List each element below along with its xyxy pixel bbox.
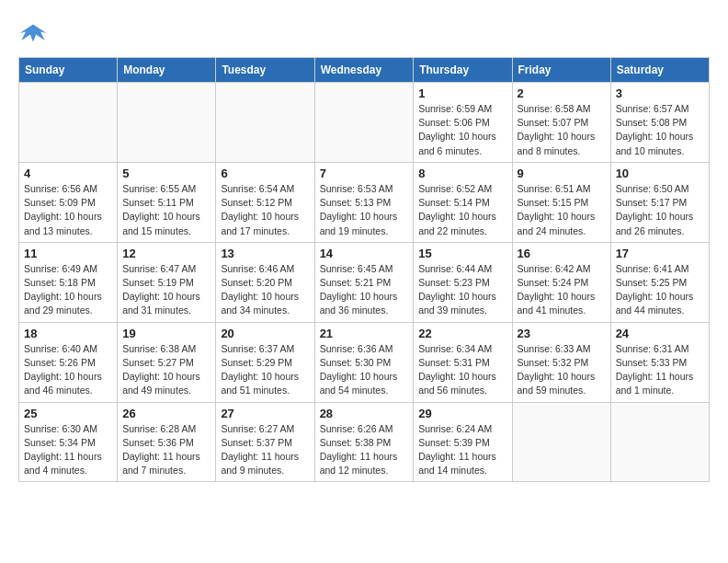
calendar-cell: 21Sunrise: 6:36 AMSunset: 5:30 PMDayligh… bbox=[314, 322, 414, 402]
day-info: Sunrise: 6:47 AMSunset: 5:19 PMDaylight:… bbox=[122, 262, 210, 318]
calendar-cell: 18Sunrise: 6:40 AMSunset: 5:26 PMDayligh… bbox=[19, 322, 118, 402]
day-info: Sunrise: 6:33 AMSunset: 5:32 PMDaylight:… bbox=[518, 342, 606, 398]
day-number: 9 bbox=[518, 167, 606, 180]
calendar-cell: 1Sunrise: 6:59 AMSunset: 5:06 PMDaylight… bbox=[414, 83, 512, 163]
calendar-cell: 3Sunrise: 6:57 AMSunset: 5:08 PMDaylight… bbox=[610, 83, 709, 163]
calendar-cell: 27Sunrise: 6:27 AMSunset: 5:37 PMDayligh… bbox=[216, 402, 314, 482]
day-info: Sunrise: 6:24 AMSunset: 5:39 PMDaylight:… bbox=[418, 422, 506, 478]
day-info: Sunrise: 6:42 AMSunset: 5:24 PMDaylight:… bbox=[518, 262, 606, 318]
calendar-weekday-header: Wednesday bbox=[314, 58, 414, 83]
day-number: 19 bbox=[122, 327, 210, 340]
day-info: Sunrise: 6:55 AMSunset: 5:11 PMDaylight:… bbox=[122, 182, 210, 238]
calendar-body: 1Sunrise: 6:59 AMSunset: 5:06 PMDaylight… bbox=[19, 83, 710, 482]
day-info: Sunrise: 6:46 AMSunset: 5:20 PMDaylight:… bbox=[221, 262, 309, 318]
day-number: 3 bbox=[616, 86, 704, 100]
day-number: 10 bbox=[616, 167, 704, 180]
day-info: Sunrise: 6:50 AMSunset: 5:17 PMDaylight:… bbox=[616, 182, 704, 238]
day-number: 8 bbox=[418, 167, 506, 180]
calendar-week-row: 11Sunrise: 6:49 AMSunset: 5:18 PMDayligh… bbox=[19, 242, 710, 322]
calendar-table: SundayMondayTuesdayWednesdayThursdayFrid… bbox=[18, 57, 710, 482]
calendar-cell: 19Sunrise: 6:38 AMSunset: 5:27 PMDayligh… bbox=[118, 322, 216, 402]
calendar-cell: 9Sunrise: 6:51 AMSunset: 5:15 PMDaylight… bbox=[512, 162, 610, 242]
calendar-week-row: 18Sunrise: 6:40 AMSunset: 5:26 PMDayligh… bbox=[19, 322, 710, 402]
calendar-cell: 8Sunrise: 6:52 AMSunset: 5:14 PMDaylight… bbox=[414, 162, 512, 242]
calendar-cell: 6Sunrise: 6:54 AMSunset: 5:12 PMDaylight… bbox=[216, 162, 314, 242]
day-number: 15 bbox=[418, 247, 506, 260]
day-number: 4 bbox=[24, 167, 112, 180]
day-info: Sunrise: 6:53 AMSunset: 5:13 PMDaylight:… bbox=[320, 182, 409, 238]
day-info: Sunrise: 6:31 AMSunset: 5:33 PMDaylight:… bbox=[616, 342, 704, 398]
calendar-cell: 17Sunrise: 6:41 AMSunset: 5:25 PMDayligh… bbox=[610, 242, 709, 322]
calendar-cell: 12Sunrise: 6:47 AMSunset: 5:19 PMDayligh… bbox=[118, 242, 216, 322]
calendar-cell: 29Sunrise: 6:24 AMSunset: 5:39 PMDayligh… bbox=[414, 402, 512, 482]
day-number: 12 bbox=[122, 247, 210, 260]
calendar-weekday-header: Friday bbox=[512, 58, 610, 83]
calendar-cell: 20Sunrise: 6:37 AMSunset: 5:29 PMDayligh… bbox=[216, 322, 314, 402]
day-number: 20 bbox=[221, 327, 309, 340]
calendar-cell bbox=[512, 402, 610, 482]
calendar-cell: 2Sunrise: 6:58 AMSunset: 5:07 PMDaylight… bbox=[512, 83, 610, 163]
calendar-cell bbox=[216, 83, 314, 163]
day-number: 14 bbox=[320, 247, 409, 260]
day-number: 5 bbox=[122, 167, 210, 180]
day-number: 11 bbox=[24, 247, 112, 260]
calendar-weekday-header: Monday bbox=[118, 58, 216, 83]
day-info: Sunrise: 6:27 AMSunset: 5:37 PMDaylight:… bbox=[221, 422, 309, 478]
calendar-cell: 22Sunrise: 6:34 AMSunset: 5:31 PMDayligh… bbox=[414, 322, 512, 402]
logo bbox=[18, 18, 51, 48]
day-number: 2 bbox=[518, 86, 606, 100]
calendar-cell bbox=[118, 83, 216, 163]
day-number: 7 bbox=[320, 167, 409, 180]
day-number: 22 bbox=[418, 327, 506, 340]
calendar-header-row: SundayMondayTuesdayWednesdayThursdayFrid… bbox=[19, 58, 710, 83]
day-number: 26 bbox=[122, 407, 210, 420]
calendar-weekday-header: Tuesday bbox=[216, 58, 314, 83]
day-number: 29 bbox=[418, 407, 506, 420]
calendar-cell: 28Sunrise: 6:26 AMSunset: 5:38 PMDayligh… bbox=[314, 402, 414, 482]
calendar-cell: 7Sunrise: 6:53 AMSunset: 5:13 PMDaylight… bbox=[314, 162, 414, 242]
day-info: Sunrise: 6:44 AMSunset: 5:23 PMDaylight:… bbox=[418, 262, 506, 318]
day-info: Sunrise: 6:34 AMSunset: 5:31 PMDaylight:… bbox=[418, 342, 506, 398]
day-info: Sunrise: 6:56 AMSunset: 5:09 PMDaylight:… bbox=[24, 182, 112, 238]
day-info: Sunrise: 6:40 AMSunset: 5:26 PMDaylight:… bbox=[24, 342, 112, 398]
svg-marker-0 bbox=[20, 24, 47, 41]
day-number: 27 bbox=[221, 407, 309, 420]
calendar-weekday-header: Saturday bbox=[610, 58, 709, 83]
day-info: Sunrise: 6:57 AMSunset: 5:08 PMDaylight:… bbox=[616, 102, 704, 158]
day-info: Sunrise: 6:52 AMSunset: 5:14 PMDaylight:… bbox=[418, 182, 506, 238]
day-info: Sunrise: 6:59 AMSunset: 5:06 PMDaylight:… bbox=[418, 102, 506, 158]
calendar-week-row: 25Sunrise: 6:30 AMSunset: 5:34 PMDayligh… bbox=[19, 402, 710, 482]
calendar-cell bbox=[314, 83, 414, 163]
day-info: Sunrise: 6:58 AMSunset: 5:07 PMDaylight:… bbox=[518, 102, 606, 158]
day-info: Sunrise: 6:45 AMSunset: 5:21 PMDaylight:… bbox=[320, 262, 409, 318]
day-number: 1 bbox=[418, 86, 506, 100]
day-info: Sunrise: 6:38 AMSunset: 5:27 PMDaylight:… bbox=[122, 342, 210, 398]
day-number: 6 bbox=[221, 167, 309, 180]
day-info: Sunrise: 6:36 AMSunset: 5:30 PMDaylight:… bbox=[320, 342, 409, 398]
day-info: Sunrise: 6:54 AMSunset: 5:12 PMDaylight:… bbox=[221, 182, 309, 238]
day-number: 16 bbox=[518, 247, 606, 260]
calendar-week-row: 1Sunrise: 6:59 AMSunset: 5:06 PMDaylight… bbox=[19, 83, 710, 163]
day-info: Sunrise: 6:26 AMSunset: 5:38 PMDaylight:… bbox=[320, 422, 409, 478]
calendar-cell: 5Sunrise: 6:55 AMSunset: 5:11 PMDaylight… bbox=[118, 162, 216, 242]
day-info: Sunrise: 6:51 AMSunset: 5:15 PMDaylight:… bbox=[518, 182, 606, 238]
day-info: Sunrise: 6:28 AMSunset: 5:36 PMDaylight:… bbox=[122, 422, 210, 478]
day-number: 13 bbox=[221, 247, 309, 260]
day-number: 24 bbox=[616, 327, 704, 340]
day-number: 25 bbox=[24, 407, 112, 420]
day-info: Sunrise: 6:41 AMSunset: 5:25 PMDaylight:… bbox=[616, 262, 704, 318]
day-info: Sunrise: 6:30 AMSunset: 5:34 PMDaylight:… bbox=[24, 422, 112, 478]
calendar-cell bbox=[610, 402, 709, 482]
calendar-week-row: 4Sunrise: 6:56 AMSunset: 5:09 PMDaylight… bbox=[19, 162, 710, 242]
calendar-cell: 15Sunrise: 6:44 AMSunset: 5:23 PMDayligh… bbox=[414, 242, 512, 322]
calendar-cell: 11Sunrise: 6:49 AMSunset: 5:18 PMDayligh… bbox=[19, 242, 118, 322]
calendar-cell: 24Sunrise: 6:31 AMSunset: 5:33 PMDayligh… bbox=[610, 322, 709, 402]
day-number: 21 bbox=[320, 327, 409, 340]
day-number: 18 bbox=[24, 327, 112, 340]
day-number: 23 bbox=[518, 327, 606, 340]
day-number: 28 bbox=[320, 407, 409, 420]
calendar-cell bbox=[19, 83, 118, 163]
calendar-weekday-header: Thursday bbox=[414, 58, 512, 83]
calendar-weekday-header: Sunday bbox=[19, 58, 118, 83]
logo-icon bbox=[18, 18, 48, 48]
